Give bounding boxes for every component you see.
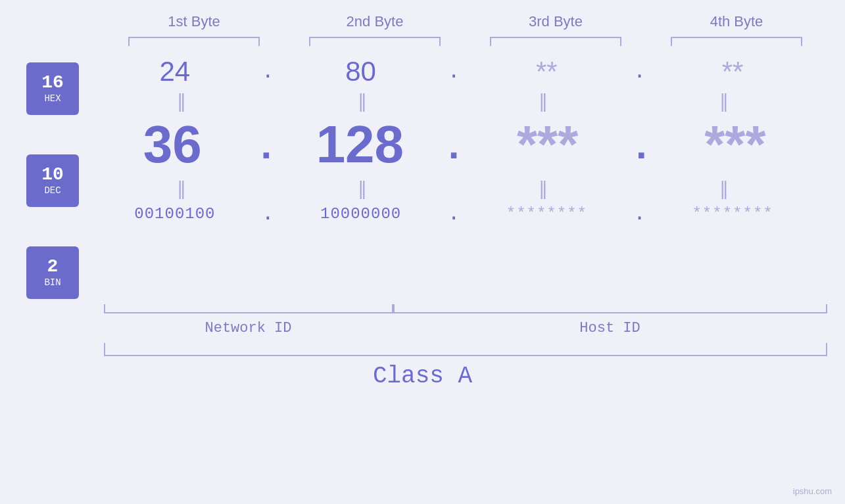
- dec-b1-value: 36: [143, 114, 202, 175]
- bottom-brackets-container: [104, 304, 827, 317]
- bin-badge: 2 BIN: [26, 246, 79, 299]
- class-label: Class A: [0, 363, 845, 390]
- bin-dot1: .: [262, 202, 274, 226]
- bracket-top-1: [128, 37, 260, 46]
- dec-num: 10: [41, 166, 64, 184]
- bin-dot3: .: [633, 202, 646, 226]
- hex-dot3: .: [633, 60, 646, 84]
- dec-badge: 10 DEC: [26, 154, 79, 207]
- dec-b1-cell: 36: [100, 114, 245, 175]
- hex-badge: 16 HEX: [26, 62, 79, 115]
- bracket-top-4: [671, 37, 802, 46]
- hex-b3-value: **: [536, 56, 558, 87]
- bin-num: 2: [47, 258, 59, 276]
- dec-row: 36 . 128 . *** . ***: [92, 114, 815, 175]
- dec-dot2: .: [448, 122, 460, 168]
- hex-base: HEX: [44, 93, 60, 104]
- bracket-host: [393, 304, 827, 313]
- hex-row: 24 . 80 . ** . **: [92, 56, 815, 87]
- bin-b4-value: ********: [692, 205, 773, 223]
- top-brackets: [104, 37, 827, 46]
- hex-b4-value: **: [722, 56, 744, 87]
- rows-container: 24 . 80 . ** . ** ‖ ‖ ‖ ‖: [92, 56, 845, 226]
- byte4-header: 4th Byte: [664, 13, 809, 30]
- hex-b1-value: 24: [160, 56, 191, 87]
- bin-base: BIN: [44, 277, 60, 288]
- bin-b3-cell: ********: [474, 205, 619, 223]
- eq1-b4: ‖: [653, 90, 798, 112]
- hex-b3-cell: **: [474, 56, 619, 87]
- dec-base: DEC: [44, 185, 60, 196]
- dec-b2-value: 128: [316, 114, 404, 175]
- dec-b3-value: ***: [517, 114, 578, 175]
- eq1-b3: ‖: [472, 90, 617, 112]
- bin-b3-value: ********: [506, 205, 587, 223]
- dec-dot1: .: [260, 122, 272, 168]
- hex-b2-cell: 80: [289, 56, 433, 87]
- bin-b1-value: 00100100: [134, 205, 215, 223]
- hex-dot2: .: [447, 60, 460, 84]
- bin-b2-cell: 10000000: [289, 205, 433, 223]
- id-labels: Network ID Host ID: [104, 320, 827, 336]
- network-id-label: Network ID: [104, 320, 393, 336]
- dec-b4-value: ***: [704, 114, 765, 175]
- eq2-b1: ‖: [110, 177, 255, 199]
- eq2-b4: ‖: [653, 177, 798, 199]
- bracket-network: [104, 304, 393, 313]
- labels-column: 16 HEX 10 DEC 2 BIN: [26, 62, 79, 299]
- byte-headers: 1st Byte 2nd Byte 3rd Byte 4th Byte: [104, 13, 827, 30]
- eq1-b1: ‖: [110, 90, 255, 112]
- equals-row-2: ‖ ‖ ‖ ‖: [92, 177, 815, 199]
- byte1-header: 1st Byte: [122, 13, 266, 30]
- eq2-b2: ‖: [291, 177, 436, 199]
- dec-b3-cell: ***: [475, 114, 620, 175]
- main-container: 1st Byte 2nd Byte 3rd Byte 4th Byte 16 H…: [0, 0, 845, 504]
- hex-dot1: .: [262, 60, 274, 84]
- equals-row-1: ‖ ‖ ‖ ‖: [92, 90, 815, 112]
- hex-num: 16: [41, 74, 64, 92]
- dec-dot3: .: [636, 122, 647, 168]
- hex-b2-value: 80: [345, 56, 376, 87]
- hex-b4-cell: **: [660, 56, 805, 87]
- byte2-header: 2nd Byte: [302, 13, 447, 30]
- bin-dot2: .: [447, 202, 460, 226]
- hex-b1-cell: 24: [103, 56, 247, 87]
- bracket-top-2: [309, 37, 441, 46]
- eq2-b3: ‖: [472, 177, 617, 199]
- bracket-top-3: [490, 37, 621, 46]
- host-id-label: Host ID: [393, 320, 827, 336]
- byte3-header: 3rd Byte: [483, 13, 628, 30]
- dec-b2-cell: 128: [287, 114, 432, 175]
- bin-row: 00100100 . 10000000 . ******** . *******…: [92, 202, 815, 226]
- dec-b4-cell: ***: [663, 114, 808, 175]
- watermark: ipshu.com: [793, 486, 832, 496]
- full-bottom-bracket: [104, 343, 827, 356]
- bin-b1-cell: 00100100: [103, 205, 247, 223]
- bin-b4-cell: ********: [660, 205, 805, 223]
- bin-b2-value: 10000000: [320, 205, 401, 223]
- eq1-b2: ‖: [291, 90, 436, 112]
